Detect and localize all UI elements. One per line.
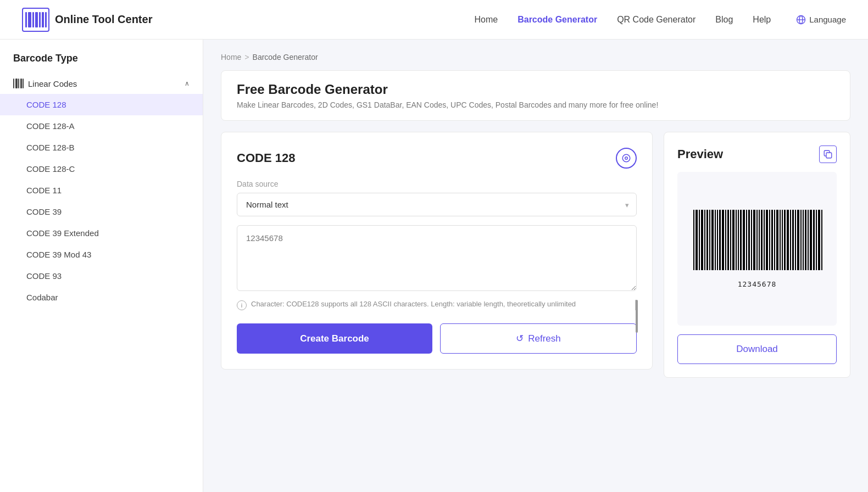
data-source-select[interactable]: Normal text Hex data Base64 [237, 193, 637, 216]
logo-title: Online Tool Center [55, 13, 152, 26]
svg-rect-10 [704, 210, 705, 270]
svg-rect-46 [797, 210, 799, 270]
refresh-icon: ↺ [516, 333, 524, 344]
svg-rect-33 [764, 210, 765, 270]
sidebar-item-code39extended[interactable]: CODE 39 Extended [0, 222, 203, 244]
svg-rect-51 [810, 210, 812, 270]
svg-rect-37 [774, 210, 775, 270]
svg-rect-22 [736, 210, 737, 270]
svg-rect-25 [743, 210, 745, 270]
svg-rect-34 [766, 210, 768, 270]
sidebar-item-code39mod43[interactable]: CODE 39 Mod 43 [0, 244, 203, 265]
logo-icon [22, 8, 49, 32]
svg-rect-29 [753, 210, 755, 270]
nav-qr-code-generator[interactable]: QR Code Generator [617, 15, 695, 25]
header: Online Tool Center Home Barcode Generato… [0, 0, 868, 40]
svg-rect-30 [756, 210, 758, 270]
svg-rect-19 [727, 210, 729, 270]
linear-codes-section-header[interactable]: Linear Codes ∧ [0, 73, 203, 94]
section-icon: Linear Codes [13, 79, 77, 88]
sidebar-item-code128a[interactable]: CODE 128-A [0, 115, 203, 137]
sidebar-item-code128b[interactable]: CODE 128-B [0, 137, 203, 158]
sidebar-item-code128[interactable]: CODE 128 [0, 94, 203, 115]
card-header: CODE 128 [237, 148, 637, 169]
svg-rect-50 [808, 210, 809, 270]
refresh-button[interactable]: ↺ Refresh [440, 323, 637, 354]
layout: Barcode Type Linear Codes ∧ CODE 128 COD… [0, 40, 868, 492]
create-barcode-button[interactable]: Create Barcode [237, 323, 432, 354]
svg-rect-40 [782, 210, 783, 270]
svg-rect-27 [748, 210, 750, 270]
sidebar-item-code93[interactable]: CODE 93 [0, 265, 203, 287]
svg-rect-42 [787, 210, 789, 270]
page-title: Free Barcode Generator [237, 82, 834, 97]
hint-text: Character: CODE128 supports all 128 ASCI… [251, 300, 576, 308]
svg-rect-16 [719, 210, 721, 270]
svg-rect-12 [709, 210, 710, 270]
sidebar-item-codabar[interactable]: Codabar [0, 287, 203, 308]
sidebar-item-code11[interactable]: CODE 11 [0, 180, 203, 201]
scroll-bar[interactable] [636, 300, 638, 333]
svg-rect-17 [722, 210, 724, 270]
nav-help[interactable]: Help [753, 15, 771, 25]
page-description: Make Linear Barcodes, 2D Codes, GS1 Data… [237, 100, 834, 109]
sidebar: Barcode Type Linear Codes ∧ CODE 128 COD… [0, 40, 203, 492]
sidebar-title: Barcode Type [0, 53, 203, 73]
barlines-small-icon [13, 79, 24, 88]
svg-rect-39 [780, 210, 781, 270]
svg-rect-54 [818, 210, 820, 270]
settings-button[interactable] [616, 148, 637, 169]
language-label: Language [809, 15, 846, 24]
svg-rect-32 [761, 210, 763, 270]
breadcrumb-current: Barcode Generator [253, 53, 318, 62]
linear-codes-label: Linear Codes [28, 79, 77, 88]
svg-rect-48 [803, 210, 804, 270]
content-row: CODE 128 Data source Normal text Hex dat… [221, 132, 850, 378]
language-button[interactable]: Language [796, 15, 846, 25]
nav-blog[interactable]: Blog [715, 15, 733, 25]
chevron-up-icon: ∧ [185, 80, 190, 87]
download-button[interactable]: Download [677, 334, 837, 364]
main-content: Home > Barcode Generator Free Barcode Ge… [203, 40, 868, 492]
svg-rect-20 [730, 210, 731, 270]
svg-rect-52 [813, 210, 815, 270]
nav-home[interactable]: Home [475, 15, 498, 25]
sidebar-item-code39[interactable]: CODE 39 [0, 201, 203, 222]
preview-barcode-area: 12345678 [677, 172, 837, 326]
barcode-number: 12345678 [738, 280, 777, 288]
svg-rect-21 [732, 210, 735, 270]
breadcrumb-separator: > [244, 53, 249, 62]
svg-rect-8 [699, 210, 700, 270]
page-title-area: Free Barcode Generator Make Linear Barco… [221, 70, 850, 121]
svg-rect-45 [795, 210, 796, 270]
svg-rect-44 [792, 210, 794, 270]
btn-row: Create Barcode ↺ Refresh [237, 323, 637, 354]
preview-title: Preview [677, 147, 723, 161]
copy-button[interactable] [819, 146, 837, 163]
hint-area: i Character: CODE128 supports all 128 AS… [237, 300, 637, 310]
barcode-data-input[interactable] [237, 225, 637, 291]
svg-rect-9 [701, 210, 703, 270]
svg-rect-53 [816, 210, 817, 270]
barcode-svg-wrapper: 12345678 [691, 210, 823, 288]
preview-header: Preview [677, 146, 837, 163]
nav-barcode-generator[interactable]: Barcode Generator [518, 15, 597, 25]
generator-title: CODE 128 [237, 151, 295, 165]
hint-icon: i [237, 300, 247, 310]
svg-rect-36 [771, 210, 773, 270]
sidebar-item-code128c[interactable]: CODE 128-C [0, 158, 203, 180]
barcode-image [691, 210, 823, 276]
logo[interactable]: Online Tool Center [22, 8, 152, 32]
svg-rect-7 [695, 210, 698, 270]
svg-rect-38 [776, 210, 778, 270]
data-source-label: Data source [237, 180, 637, 188]
preview-card: Preview [664, 132, 850, 378]
svg-rect-14 [715, 210, 716, 270]
svg-rect-6 [693, 210, 694, 270]
svg-rect-18 [725, 210, 726, 270]
svg-rect-26 [746, 210, 747, 270]
svg-point-4 [622, 154, 630, 162]
svg-rect-28 [751, 210, 752, 270]
svg-rect-55 [821, 210, 822, 270]
breadcrumb-home[interactable]: Home [221, 53, 241, 62]
